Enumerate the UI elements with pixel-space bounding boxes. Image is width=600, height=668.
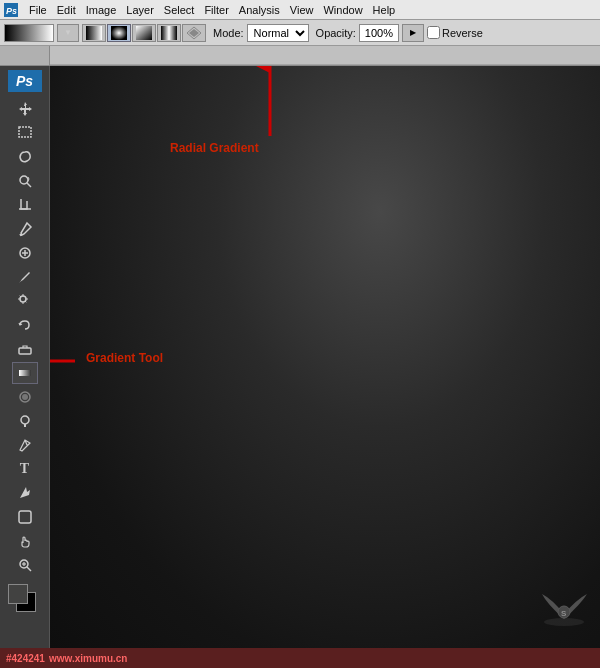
tool-marquee[interactable] — [12, 122, 38, 144]
tool-shape[interactable] — [12, 506, 38, 528]
svg-rect-5 — [161, 26, 177, 40]
svg-point-29 — [544, 618, 584, 626]
tool-move[interactable] — [12, 98, 38, 120]
menu-layer[interactable]: Layer — [121, 2, 159, 18]
angle-gradient-btn[interactable] — [132, 24, 156, 42]
foreground-swatch[interactable] — [8, 584, 28, 604]
color-swatches — [8, 584, 42, 612]
app-icon: Ps — [2, 1, 20, 19]
menu-bar: Ps File Edit Image Layer Select Filter A… — [0, 0, 600, 20]
reverse-checkbox-group: Reverse — [427, 26, 483, 39]
tool-eraser[interactable] — [12, 338, 38, 360]
svg-line-22 — [27, 567, 31, 571]
svg-text:Ps: Ps — [6, 6, 17, 16]
linear-gradient-btn[interactable] — [82, 24, 106, 42]
gradient-type-group — [82, 24, 206, 42]
tool-pen[interactable] — [12, 434, 38, 456]
menu-edit[interactable]: Edit — [52, 2, 81, 18]
tool-brush[interactable] — [12, 266, 38, 288]
tool-zoom[interactable] — [12, 554, 38, 576]
menu-analysis[interactable]: Analysis — [234, 2, 285, 18]
gradient-display — [50, 66, 600, 648]
svg-point-10 — [20, 176, 28, 184]
mode-select[interactable]: Normal — [247, 24, 309, 42]
tool-text[interactable]: T — [12, 458, 38, 480]
tool-eyedropper[interactable] — [12, 218, 38, 240]
svg-rect-15 — [19, 370, 31, 376]
tool-dodge[interactable] — [12, 410, 38, 432]
ps-logo: Ps — [8, 70, 42, 92]
svg-rect-2 — [86, 26, 102, 40]
tool-heal[interactable] — [12, 242, 38, 264]
menu-view[interactable]: View — [285, 2, 319, 18]
diamond-gradient-btn[interactable] — [182, 24, 206, 42]
tool-gradient[interactable] — [12, 362, 38, 384]
svg-rect-14 — [19, 348, 31, 354]
svg-point-17 — [22, 394, 28, 400]
svg-line-11 — [27, 183, 31, 187]
tool-blur[interactable] — [12, 386, 38, 408]
tool-hand[interactable] — [12, 530, 38, 552]
svg-rect-9 — [19, 127, 31, 137]
opacity-input[interactable] — [359, 24, 399, 42]
tool-history-brush[interactable] — [12, 314, 38, 336]
canvas-area[interactable]: Radial Gradient Gradient Tool — [50, 66, 600, 648]
reflected-gradient-btn[interactable] — [157, 24, 181, 42]
menu-filter[interactable]: Filter — [199, 2, 233, 18]
menu-help[interactable]: Help — [368, 2, 401, 18]
svg-rect-20 — [19, 511, 31, 523]
reverse-label: Reverse — [442, 27, 483, 39]
opacity-arrow-btn[interactable]: ▶ — [402, 24, 424, 42]
watermark: S — [537, 584, 592, 626]
tool-quick-select[interactable] — [12, 170, 38, 192]
menu-select[interactable]: Select — [159, 2, 200, 18]
sidebar: Ps — [0, 66, 50, 668]
canvas-content: Radial Gradient Gradient Tool — [50, 66, 600, 648]
color-code-text: #424241 — [6, 653, 45, 664]
gradient-swatch[interactable] — [4, 24, 54, 42]
svg-text:S: S — [561, 609, 567, 618]
svg-point-18 — [21, 416, 29, 424]
tool-lasso[interactable] — [12, 146, 38, 168]
tool-clone[interactable] — [12, 290, 38, 312]
menu-image[interactable]: Image — [81, 2, 122, 18]
reverse-checkbox[interactable] — [427, 26, 440, 39]
menu-file[interactable]: File — [24, 2, 52, 18]
gradient-edit-btn[interactable]: ▼ — [57, 24, 79, 42]
website-text: www.ximumu.cn — [49, 653, 128, 664]
radial-gradient-btn[interactable] — [107, 24, 131, 42]
options-toolbar: ▼ Mode: Normal Opacity: ▶ Reverse — [0, 20, 600, 46]
svg-rect-4 — [136, 26, 152, 40]
menu-window[interactable]: Window — [318, 2, 367, 18]
opacity-label: Opacity: — [316, 27, 356, 39]
bottom-bar: #424241 www.ximumu.cn — [0, 648, 600, 668]
tool-crop[interactable] — [12, 194, 38, 216]
mode-label: Mode: — [213, 27, 244, 39]
tool-path-select[interactable] — [12, 482, 38, 504]
svg-rect-3 — [111, 26, 127, 40]
ruler-strip — [0, 46, 600, 66]
